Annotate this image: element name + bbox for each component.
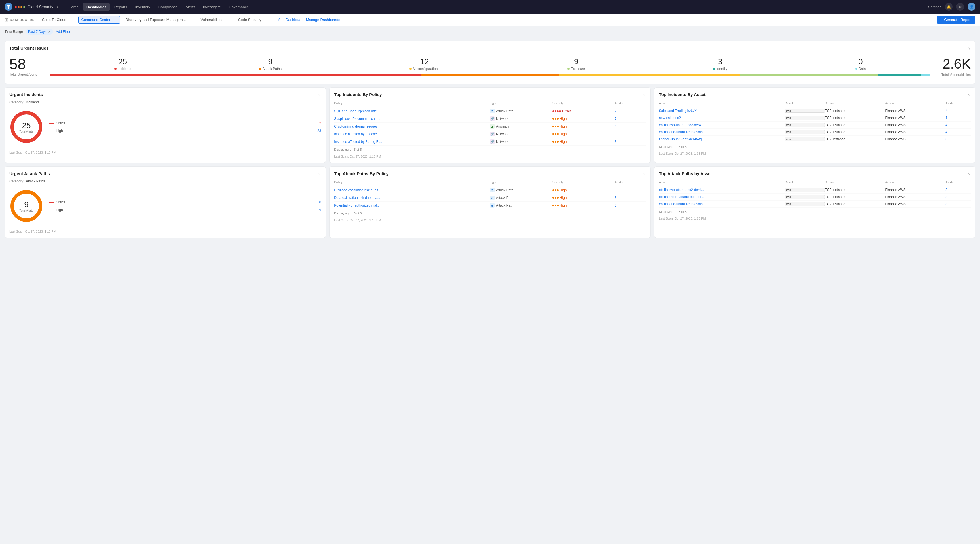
attack-donut: 9 Total Alerts bbox=[10, 189, 43, 223]
nav-inventory[interactable]: Inventory bbox=[132, 3, 153, 11]
tab-discovery[interactable]: Discovery and Exposure Managem... ⋯ bbox=[123, 16, 196, 23]
nav-reports[interactable]: Reports bbox=[111, 3, 131, 11]
tab-command-center-menu[interactable]: ⋯ bbox=[112, 17, 117, 22]
expand-top-attack-policy[interactable]: ⤡ bbox=[643, 171, 646, 176]
policy-name-1[interactable]: Suspicious IPs communicatin... bbox=[334, 117, 490, 121]
table-row: Suspicious IPs communicatin... 🔗 Network… bbox=[334, 115, 646, 123]
asset-name-4[interactable]: finance-ubuntu-ec2-der4t4tg... bbox=[659, 137, 784, 141]
manage-dashboards-link[interactable]: Manage Dashboards bbox=[306, 17, 340, 22]
tab-code-to-cloud-menu[interactable]: ⋯ bbox=[68, 17, 73, 22]
asset-alerts-1[interactable]: 1 bbox=[945, 116, 970, 120]
aa-account-2: Finance AWS ... bbox=[885, 202, 946, 206]
aa-alerts-2[interactable]: 3 bbox=[945, 202, 970, 206]
alerts-count-1[interactable]: 7 bbox=[615, 117, 646, 121]
ap-policy-1[interactable]: Data exfiltration risk due to a... bbox=[334, 196, 490, 200]
alerts-count-3[interactable]: 3 bbox=[615, 132, 646, 136]
asset-name-0[interactable]: Sales and Trading hz6vX bbox=[659, 109, 784, 113]
nav-governance[interactable]: Governance bbox=[226, 3, 252, 11]
attack-high-name: — High bbox=[49, 207, 63, 213]
policy-name-2[interactable]: Cryptomining domain reques... bbox=[334, 124, 490, 128]
asset-alerts-0[interactable]: 4 bbox=[945, 109, 970, 113]
nav-compliance[interactable]: Compliance bbox=[155, 3, 181, 11]
ap-attack-icon-2: ⊕ bbox=[490, 203, 495, 208]
ap-policy-2[interactable]: Potentially unauthorized mal... bbox=[334, 203, 490, 208]
expand-top-incidents-asset[interactable]: ⤡ bbox=[967, 92, 970, 97]
policy-name-4[interactable]: Instance affected by Spring Fr... bbox=[334, 140, 490, 144]
expand-urgent-issues[interactable]: ⤡ bbox=[967, 46, 970, 51]
gear-icon[interactable]: ⚙ bbox=[956, 3, 964, 11]
cat-data-label: Data bbox=[859, 67, 866, 71]
tab-discovery-menu[interactable]: ⋯ bbox=[188, 17, 192, 22]
sev-critical-count[interactable]: 2 bbox=[319, 121, 321, 125]
nav-investigate[interactable]: Investigate bbox=[200, 3, 224, 11]
urgent-attack-header: Urgent Attack Paths ⤡ bbox=[10, 171, 321, 176]
asset-table-headers: Asset Cloud Service Account Alerts bbox=[659, 100, 970, 106]
total-alerts-label: Total Urgent Alerts bbox=[10, 73, 43, 76]
type-label-0: Attack Path bbox=[496, 109, 513, 113]
add-filter-link[interactable]: Add Filter bbox=[56, 30, 70, 34]
tab-command-center[interactable]: Command Center ⋯ bbox=[78, 16, 121, 24]
sev-text-2: High bbox=[560, 124, 567, 128]
aa-asset-2[interactable]: ebillingone-ubuntu-ec2-asdfs... bbox=[659, 202, 784, 206]
asset-name-3[interactable]: ebillingone-ubuntu-ec2-asdfs... bbox=[659, 130, 784, 134]
expand-urgent-attack[interactable]: ⤡ bbox=[318, 171, 321, 176]
sev-badge-3: High bbox=[552, 132, 615, 136]
asset-name-1[interactable]: new-sales-ec2 bbox=[659, 116, 784, 120]
expand-top-attack-asset[interactable]: ⤡ bbox=[967, 171, 970, 176]
sev-high-count[interactable]: 23 bbox=[317, 129, 321, 133]
top-attack-policy-header: Top Attack Paths By Policy ⤡ bbox=[334, 171, 646, 176]
tab-vulnerabilities[interactable]: Vulnerabilities ⋯ bbox=[198, 16, 233, 23]
filter-tag-remove[interactable]: ✕ bbox=[48, 30, 51, 34]
ap-sev-0: High bbox=[552, 188, 615, 192]
tab-code-security-menu[interactable]: ⋯ bbox=[263, 17, 268, 22]
ap-alerts-1[interactable]: 3 bbox=[615, 196, 646, 200]
alerts-count-2[interactable]: 4 bbox=[615, 124, 646, 128]
tab-code-security[interactable]: Code Security ⋯ bbox=[235, 16, 271, 23]
cloud-badge-3: aws bbox=[784, 130, 825, 134]
nav-dashboards[interactable]: Dashboards bbox=[83, 3, 110, 11]
aa-asset-1[interactable]: ebillingthree-ubuntu-ec2-der... bbox=[659, 195, 784, 199]
aa-alerts-0[interactable]: 3 bbox=[945, 188, 970, 192]
alerts-count-4[interactable]: 3 bbox=[615, 140, 646, 144]
aa-alerts-1[interactable]: 3 bbox=[945, 195, 970, 199]
th-ap-type: Type bbox=[490, 181, 552, 184]
expand-urgent-incidents[interactable]: ⤡ bbox=[318, 92, 321, 97]
expand-top-incidents-policy[interactable]: ⤡ bbox=[643, 92, 646, 97]
asset-alerts-2[interactable]: 4 bbox=[945, 123, 970, 127]
tab-code-to-cloud[interactable]: Code To Cloud ⋯ bbox=[39, 16, 76, 23]
top-incidents-asset-title: Top Incidents By Asset bbox=[659, 92, 705, 97]
table-row: ebillingtwo-ubuntu-ec2-der4... aws EC2 I… bbox=[659, 122, 970, 128]
ap-alerts-0[interactable]: 3 bbox=[615, 188, 646, 192]
ap-policy-0[interactable]: Privilege escalation risk due t... bbox=[334, 188, 490, 192]
notifications-icon[interactable]: 🔔 bbox=[945, 3, 953, 11]
brand-dropdown[interactable]: ▾ bbox=[57, 5, 59, 9]
tab-code-security-label: Code Security bbox=[238, 17, 261, 22]
policy-name-0[interactable]: SQL and Code Injection atte... bbox=[334, 109, 490, 113]
attack-critical-dash: — bbox=[49, 199, 54, 205]
asset-name-2[interactable]: ebillingtwo-ubuntu-ec2-der4... bbox=[659, 123, 784, 127]
urgency-progress-bar bbox=[50, 74, 930, 76]
generate-report-button[interactable]: + Generate Report bbox=[937, 16, 975, 24]
th-service: Service bbox=[825, 102, 885, 105]
asset-alerts-3[interactable]: 4 bbox=[945, 130, 970, 134]
ap-alerts-2[interactable]: 3 bbox=[615, 203, 646, 208]
aa-asset-0[interactable]: ebillingtwo-ubuntu-ec2-der4... bbox=[659, 188, 784, 192]
time-range-filter-tag[interactable]: Past 7 Days ✕ bbox=[26, 29, 53, 35]
tab-vuln-menu[interactable]: ⋯ bbox=[225, 17, 230, 22]
attack-critical-count[interactable]: 0 bbox=[319, 200, 321, 204]
cat-attack-num: 9 bbox=[259, 57, 282, 66]
nav-alerts[interactable]: Alerts bbox=[182, 3, 199, 11]
nav-home[interactable]: Home bbox=[65, 3, 82, 11]
attack-sev-high: — High 9 bbox=[49, 206, 321, 214]
table-row: ebillingone-ubuntu-ec2-asdfs... aws EC2 … bbox=[659, 128, 970, 136]
asset-alerts-4[interactable]: 3 bbox=[945, 137, 970, 141]
attack-policy-scan: Last Scan: Oct 27, 2023, 1:13 PM bbox=[334, 219, 646, 222]
settings-label[interactable]: Settings bbox=[928, 5, 942, 9]
add-dashboard-link[interactable]: Add Dashboard bbox=[278, 17, 304, 22]
policy-name-3[interactable]: Instance affected by Apache ... bbox=[334, 132, 490, 136]
th-type: Type bbox=[490, 102, 552, 105]
attack-high-count[interactable]: 9 bbox=[319, 208, 321, 212]
alerts-count-0[interactable]: 2 bbox=[615, 109, 646, 113]
avatar-icon[interactable]: 👤 bbox=[967, 3, 975, 11]
nav-logo[interactable]: Cloud Security ▾ bbox=[5, 3, 59, 11]
